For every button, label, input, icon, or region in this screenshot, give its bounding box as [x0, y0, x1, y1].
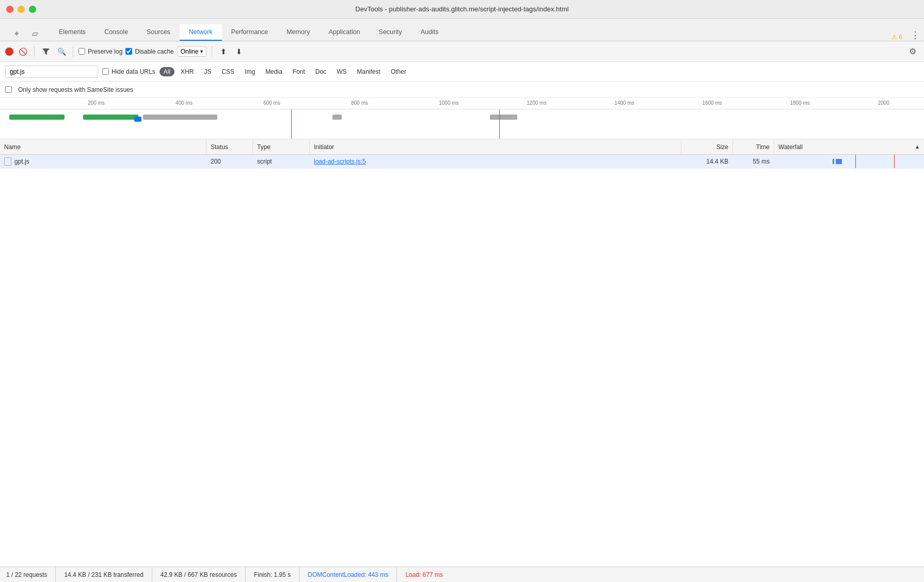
- table-header: Name Status Type Initiator Size Time Wat…: [0, 139, 924, 155]
- disable-cache-label[interactable]: Disable cache: [125, 48, 173, 55]
- status-resources: 42.9 KB / 667 KB resources: [152, 567, 246, 582]
- toolbar-divider-3: [212, 46, 212, 57]
- filter-font-button[interactable]: Font: [289, 67, 309, 76]
- preserve-log-label[interactable]: Preserve log: [78, 48, 122, 55]
- ruler-tick-1000ms: 1000 ms: [439, 100, 458, 106]
- requests-text: 1 / 22 requests: [6, 571, 47, 578]
- td-size: 14.4 KB: [681, 156, 733, 167]
- filter-manifest-button[interactable]: Manifest: [353, 67, 385, 76]
- status-finish: Finish: 1.95 s: [246, 567, 299, 582]
- hide-data-urls-label[interactable]: Hide data URLs: [102, 68, 155, 75]
- ruler-tick-200ms: 200 ms: [88, 100, 105, 106]
- warning-count: 6: [899, 34, 902, 41]
- timeline-vline-red: [291, 109, 292, 139]
- td-type: script: [253, 156, 310, 167]
- status-requests: 1 / 22 requests: [6, 567, 56, 582]
- filter-search-input[interactable]: [5, 66, 98, 78]
- waterfall-bar-green: [833, 159, 834, 164]
- transferred-text: 14.4 KB / 231 KB transferred: [64, 571, 143, 578]
- filter-xhr-button[interactable]: XHR: [177, 67, 198, 76]
- filter-media-button[interactable]: Media: [261, 67, 286, 76]
- tab-icons: ⌖ ▱: [4, 26, 47, 41]
- file-icon: [4, 157, 11, 166]
- tab-security[interactable]: Security: [370, 24, 411, 41]
- warning-icon: ⚠: [891, 34, 897, 41]
- filter-button[interactable]: [40, 45, 52, 58]
- tab-console[interactable]: Console: [95, 24, 137, 41]
- online-label: Online: [181, 48, 199, 55]
- td-waterfall: [774, 155, 924, 168]
- ruler-tick-1600ms: 1600 ms: [702, 100, 722, 106]
- network-toolbar: 🚫 🔍 Preserve log Disable cache Online ▾ …: [0, 41, 924, 62]
- initiator-link[interactable]: load-ad-scripts.js:5: [314, 158, 366, 165]
- disable-cache-checkbox[interactable]: [125, 48, 132, 55]
- td-initiator[interactable]: load-ad-scripts.js:5: [310, 156, 681, 167]
- warning-badge[interactable]: ⚠ 6: [891, 34, 902, 41]
- filter-ws-button[interactable]: WS: [332, 67, 351, 76]
- timeline-bar-blue: [134, 117, 141, 122]
- samesite-checkbox[interactable]: [5, 86, 12, 93]
- th-waterfall[interactable]: Waterfall ▲: [774, 139, 924, 154]
- hide-data-urls-checkbox[interactable]: [102, 68, 109, 75]
- sort-arrow-icon: ▲: [915, 144, 920, 150]
- tab-bar: ⌖ ▱ Elements Console Sources Network Per…: [0, 19, 924, 41]
- th-time[interactable]: Time: [733, 139, 774, 154]
- samesite-text: Only show requests with SameSite issues: [18, 86, 133, 93]
- tab-application[interactable]: Application: [319, 24, 369, 41]
- waterfall-bar-container: [774, 155, 924, 168]
- ruler-tick-600ms: 600 ms: [263, 100, 280, 106]
- filter-js-button[interactable]: JS: [200, 67, 215, 76]
- device-icon[interactable]: ▱: [28, 26, 42, 41]
- th-status[interactable]: Status: [206, 139, 253, 154]
- timeline-ruler: 200 ms 400 ms 600 ms 800 ms 1000 ms 1200…: [0, 98, 924, 109]
- upload-button[interactable]: ⬆: [217, 45, 230, 58]
- close-button[interactable]: [6, 6, 13, 13]
- th-type[interactable]: Type: [253, 139, 310, 154]
- status-transferred: 14.4 KB / 231 KB transferred: [56, 567, 152, 582]
- timeline-vline-blue: [499, 109, 500, 139]
- filter-img-button[interactable]: Img: [241, 67, 259, 76]
- timeline-area[interactable]: 200 ms 400 ms 600 ms 800 ms 1000 ms 1200…: [0, 98, 924, 139]
- clear-button[interactable]: 🚫: [17, 45, 29, 58]
- th-size[interactable]: Size: [681, 139, 733, 154]
- maximize-button[interactable]: [29, 6, 36, 13]
- preserve-log-checkbox[interactable]: [78, 48, 85, 55]
- timeline-bar-gray-2: [332, 115, 342, 120]
- filter-doc-button[interactable]: Doc: [311, 67, 330, 76]
- tab-audits[interactable]: Audits: [411, 24, 448, 41]
- filter-css-button[interactable]: CSS: [217, 67, 238, 76]
- filter-other-button[interactable]: Other: [387, 67, 410, 76]
- resources-text: 42.9 KB / 667 KB resources: [161, 571, 237, 578]
- minimize-button[interactable]: [18, 6, 25, 13]
- toolbar-divider-1: [34, 46, 35, 57]
- filter-bar: Hide data URLs All XHR JS CSS Img Media …: [0, 62, 924, 82]
- network-table: Name Status Type Initiator Size Time Wat…: [0, 139, 924, 567]
- throttle-dropdown-icon: ▾: [200, 48, 203, 54]
- download-button[interactable]: ⬇: [233, 45, 245, 58]
- inspect-icon[interactable]: ⌖: [9, 26, 24, 41]
- tab-memory[interactable]: Memory: [277, 24, 319, 41]
- record-button[interactable]: [5, 47, 13, 56]
- timeline-bars: [0, 109, 924, 139]
- tab-performance[interactable]: Performance: [222, 24, 278, 41]
- table-row[interactable]: gpt.js 200 script load-ad-scripts.js:5 1…: [0, 155, 924, 169]
- title-bar: DevTools - publisher-ads-audits.glitch.m…: [0, 0, 924, 19]
- tab-network[interactable]: Network: [180, 24, 222, 41]
- throttle-select[interactable]: Online ▾: [177, 46, 207, 57]
- th-name[interactable]: Name: [0, 139, 206, 154]
- samesite-label[interactable]: Only show requests with SameSite issues: [5, 86, 133, 93]
- th-initiator[interactable]: Initiator: [310, 139, 681, 154]
- tab-sources[interactable]: Sources: [137, 24, 180, 41]
- ruler-tick-800ms: 800 ms: [351, 100, 368, 106]
- more-options-icon[interactable]: ⋮: [911, 29, 920, 41]
- tab-elements[interactable]: Elements: [50, 24, 95, 41]
- timeline-bar-gray-3: [490, 115, 518, 120]
- window-controls: [6, 6, 36, 13]
- search-button[interactable]: 🔍: [55, 45, 68, 58]
- filter-all-button[interactable]: All: [160, 67, 174, 76]
- row-name: gpt.js: [14, 158, 29, 165]
- load-text: Load: 677 ms: [405, 571, 443, 578]
- settings-icon[interactable]: ⚙: [906, 45, 919, 58]
- td-name: gpt.js: [0, 156, 206, 167]
- disable-cache-text: Disable cache: [135, 48, 173, 55]
